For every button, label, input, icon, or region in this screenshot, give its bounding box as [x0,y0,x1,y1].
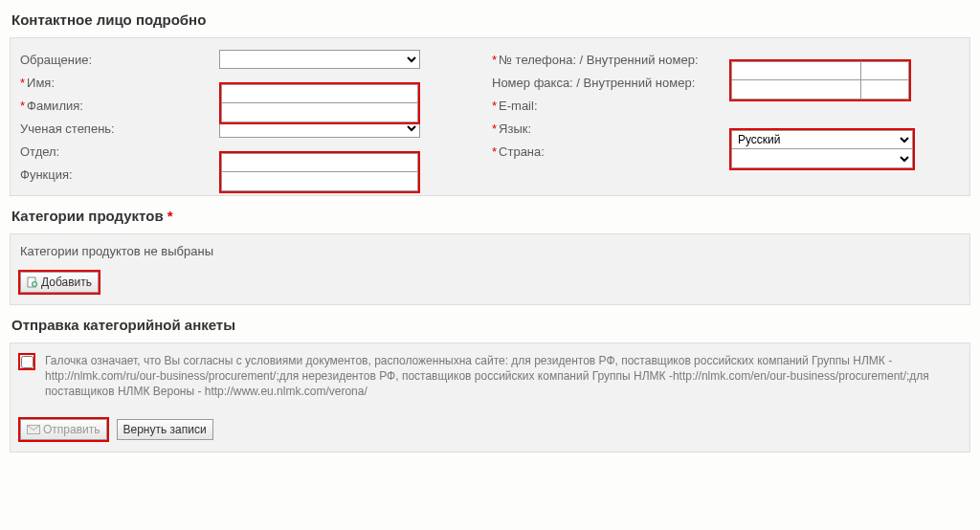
section-title-contact: Контактное лицо подробно [11,11,980,28]
categories-panel: Категории продуктов не выбраны Добавить [10,233,970,305]
phone-ext-input[interactable] [861,61,909,80]
add-icon [27,276,38,288]
contact-panel: Обращение: *Имя: *Фамилия: [10,37,970,196]
label-fax: Номер факса: / Внутренний номер: [490,76,729,90]
firstname-input[interactable] [221,84,418,103]
agree-text: Галочка означает, что Вы согласны с усло… [45,353,962,400]
label-function: Функция: [18,167,219,182]
reset-label: Вернуть записи [123,423,207,436]
section-title-categories: Категории продуктов* [11,208,980,224]
reset-button[interactable]: Вернуть записи [117,419,213,440]
agree-checkbox-wrap [18,353,35,370]
label-firstname: *Имя: [18,76,219,90]
label-phone: *№ телефона: / Внутренний номер: [490,53,729,67]
language-select[interactable]: Русский [731,130,913,149]
add-category-button[interactable]: Добавить [20,272,99,293]
lastname-input[interactable] [221,103,418,122]
label-country: *Страна: [490,144,729,159]
salutation-select[interactable] [219,50,420,69]
send-button[interactable]: Отправить [20,419,107,440]
department-input[interactable] [221,153,418,172]
function-input[interactable] [221,172,418,191]
section-title-submit: Отправка категорийной анкеты [11,317,980,333]
submit-panel: Галочка означает, что Вы согласны с усло… [10,342,970,453]
agree-checkbox[interactable] [21,356,33,368]
label-salutation: Обращение: [18,53,219,67]
send-label: Отправить [43,423,100,436]
country-select[interactable] [731,149,913,168]
add-category-label: Добавить [41,276,92,289]
label-email: *E-mail: [490,99,729,113]
fax-ext-input[interactable] [861,80,909,99]
mail-icon [27,425,40,434]
label-lastname: *Фамилия: [18,99,219,113]
label-language: *Язык: [490,121,729,136]
label-degree: Ученая степень: [18,121,219,136]
contact-right-column: *№ телефона: / Внутренний номер: [490,48,962,186]
fax-main-input[interactable] [731,80,861,99]
phone-main-input[interactable] [731,61,861,80]
contact-left-column: Обращение: *Имя: *Фамилия: [18,48,490,186]
categories-empty-msg: Категории продуктов не выбраны [18,244,962,258]
label-department: Отдел: [18,144,219,159]
